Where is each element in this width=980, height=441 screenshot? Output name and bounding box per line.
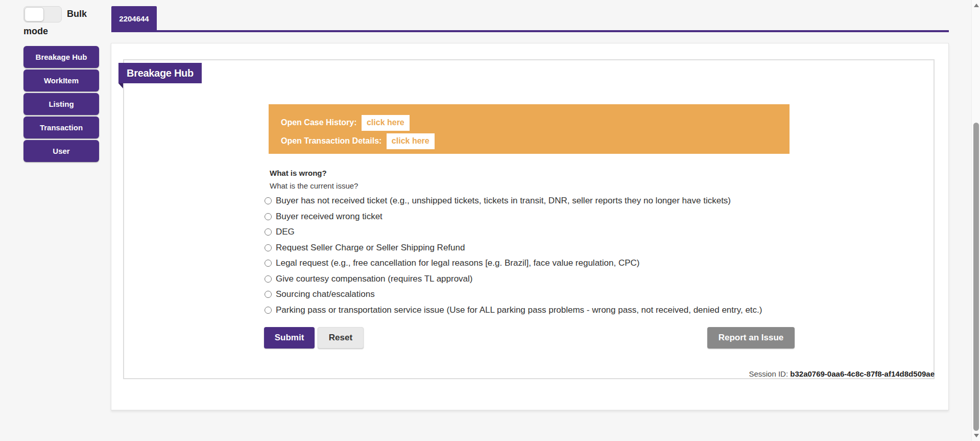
radio-button[interactable] [265, 244, 272, 251]
radio-button[interactable] [265, 260, 272, 267]
radio-option-sourcing-chat[interactable]: Sourcing chat/escalations [265, 287, 762, 303]
case-history-label: Open Case History: [281, 118, 356, 127]
scroll-down-icon[interactable] [974, 434, 979, 437]
case-history-link[interactable]: click here [362, 115, 410, 131]
radio-label[interactable]: Give courtesy compensation (requires TL … [276, 271, 473, 287]
scrollbar[interactable] [971, 0, 980, 441]
report-issue-button[interactable]: Report an Issue [707, 327, 795, 349]
radio-label[interactable]: DEG [276, 224, 295, 240]
scroll-up-icon[interactable] [974, 4, 979, 7]
issue-options-group: Buyer has not received ticket (e.g., uns… [265, 193, 762, 318]
question-title: What is wrong? [270, 169, 327, 177]
radio-button[interactable] [265, 197, 272, 204]
reset-button[interactable]: Reset [318, 327, 364, 349]
radio-button[interactable] [265, 228, 272, 236]
radio-option-deg[interactable]: DEG [265, 224, 762, 240]
radio-button[interactable] [265, 275, 272, 283]
radio-label[interactable]: Sourcing chat/escalations [276, 287, 375, 303]
sidebar-item-transaction[interactable]: Transaction [23, 117, 99, 138]
bulk-mode-toggle[interactable] [23, 6, 62, 22]
tab-case-number[interactable]: 2204644 [111, 6, 157, 30]
radio-button[interactable] [265, 307, 272, 314]
session-id-label: Session ID: [749, 369, 788, 378]
radio-label[interactable]: Buyer has not received ticket (e.g., uns… [276, 193, 731, 209]
radio-label[interactable]: Buyer received wrong ticket [276, 209, 383, 225]
radio-option-courtesy-compensation[interactable]: Give courtesy compensation (requires TL … [265, 271, 762, 287]
radio-option-seller-charge-refund[interactable]: Request Seller Charge or Seller Shipping… [265, 240, 762, 256]
sidebar-item-workitem[interactable]: WorkItem [23, 69, 99, 91]
case-history-row: Open Case History: click here [281, 115, 790, 131]
page-title: Breakage Hub [118, 63, 202, 83]
question-subtitle: What is the current issue? [270, 181, 358, 190]
radio-option-buyer-not-received[interactable]: Buyer has not received ticket (e.g., uns… [265, 193, 762, 209]
radio-option-legal-request[interactable]: Legal request (e.g., free cancellation f… [265, 256, 762, 271]
notice-banner: Open Case History: click here Open Trans… [269, 104, 790, 154]
transaction-details-row: Open Transaction Details: click here [281, 133, 790, 149]
bulk-mode-row: Bulk mode [23, 5, 100, 40]
submit-button[interactable]: Submit [264, 327, 315, 349]
tab-underline [111, 30, 949, 32]
ribbon-fold [118, 83, 123, 88]
sidebar-item-listing[interactable]: Listing [23, 93, 99, 115]
radio-label[interactable]: Request Seller Charge or Seller Shipping… [276, 240, 465, 256]
radio-label[interactable]: Parking pass or transportation service i… [276, 303, 762, 318]
scrollbar-thumb[interactable] [973, 123, 979, 431]
sidebar: Bulk mode Breakage Hub WorkItem Listing … [23, 5, 100, 164]
sidebar-item-breakage-hub[interactable]: Breakage Hub [23, 46, 99, 68]
transaction-details-label: Open Transaction Details: [281, 136, 381, 145]
toggle-knob [25, 7, 44, 21]
sidebar-item-user[interactable]: User [23, 140, 99, 162]
transaction-details-link[interactable]: click here [387, 133, 435, 149]
radio-label[interactable]: Legal request (e.g., free cancellation f… [276, 256, 640, 271]
radio-option-wrong-ticket[interactable]: Buyer received wrong ticket [265, 209, 762, 225]
session-id-value: b32a0769-0aa6-4c8c-87f8-af14d8d509ae [790, 369, 935, 378]
radio-option-parking-pass[interactable]: Parking pass or transportation service i… [265, 303, 762, 318]
radio-button[interactable] [265, 213, 272, 220]
radio-button[interactable] [265, 291, 272, 298]
session-id: Session ID: b32a0769-0aa6-4c8c-87f8-af14… [749, 369, 935, 378]
